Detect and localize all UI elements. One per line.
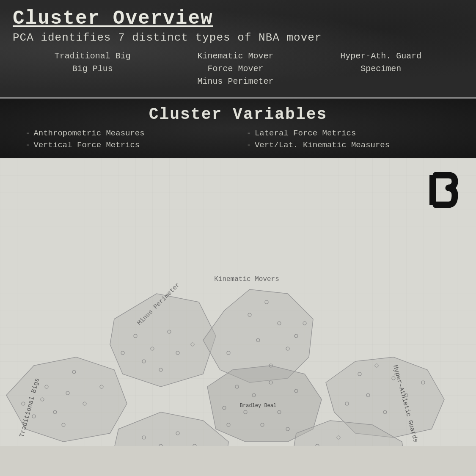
cluster-svg: Kinematic Movers Minus Perimeter Traditi… xyxy=(0,158,476,446)
cluster-col-2: Kinematic Mover Force Mover Minus Perime… xyxy=(197,50,273,88)
cluster-type-force: Force Mover xyxy=(197,63,273,75)
bradley-beal-label: Bradley Beal xyxy=(240,403,276,409)
variable-label-anthropometric: Anthropometric Measures xyxy=(33,129,144,138)
middle-section: Cluster Variables - Anthropometric Measu… xyxy=(0,99,476,158)
cluster-type-hyper: Hyper-Ath. Guard xyxy=(340,50,421,63)
variable-anthropometric: - Anthropometric Measures xyxy=(25,129,230,138)
dash-1: - xyxy=(25,129,30,138)
cluster-type-traditional: Traditional Big xyxy=(55,50,131,63)
variables-grid: - Anthropometric Measures - Lateral Forc… xyxy=(17,129,459,150)
cluster-type-minus: Minus Perimeter xyxy=(197,75,273,88)
bottom-section: Kinematic Movers Minus Perimeter Traditi… xyxy=(0,158,476,446)
variable-label-lateral: Lateral Force Metrics xyxy=(255,129,356,138)
dash-4: - xyxy=(247,140,251,150)
cluster-col-3: Hyper-Ath. Guard Specimen xyxy=(340,50,421,88)
kinematic-movers-label: Kinematic Movers xyxy=(214,275,279,283)
variable-label-kinematic: Vert/Lat. Kinematic Measures xyxy=(255,140,390,150)
cluster-type-specimen: Specimen xyxy=(340,63,421,75)
main-title: Cluster Overview xyxy=(13,8,463,30)
logo xyxy=(425,171,463,209)
svg-rect-2 xyxy=(429,175,436,205)
dash-3: - xyxy=(247,129,251,138)
top-section: Cluster Overview PCA identifies 7 distin… xyxy=(0,0,476,97)
variable-kinematic: - Vert/Lat. Kinematic Measures xyxy=(247,140,451,150)
variable-label-vertical: Vertical Force Metrics xyxy=(33,140,140,150)
cluster-types: Traditional Big Big Plus Kinematic Mover… xyxy=(13,50,463,88)
subtitle: PCA identifies 7 distinct types of NBA m… xyxy=(13,31,463,44)
variable-vertical: - Vertical Force Metrics xyxy=(25,140,230,150)
cluster-type-kinematic: Kinematic Mover xyxy=(197,50,273,63)
cluster-type-bigplus: Big Plus xyxy=(55,63,131,75)
variables-title: Cluster Variables xyxy=(17,105,459,124)
variable-lateral: - Lateral Force Metrics xyxy=(247,129,451,138)
cluster-col-1: Traditional Big Big Plus xyxy=(55,50,131,88)
dash-2: - xyxy=(25,140,30,150)
